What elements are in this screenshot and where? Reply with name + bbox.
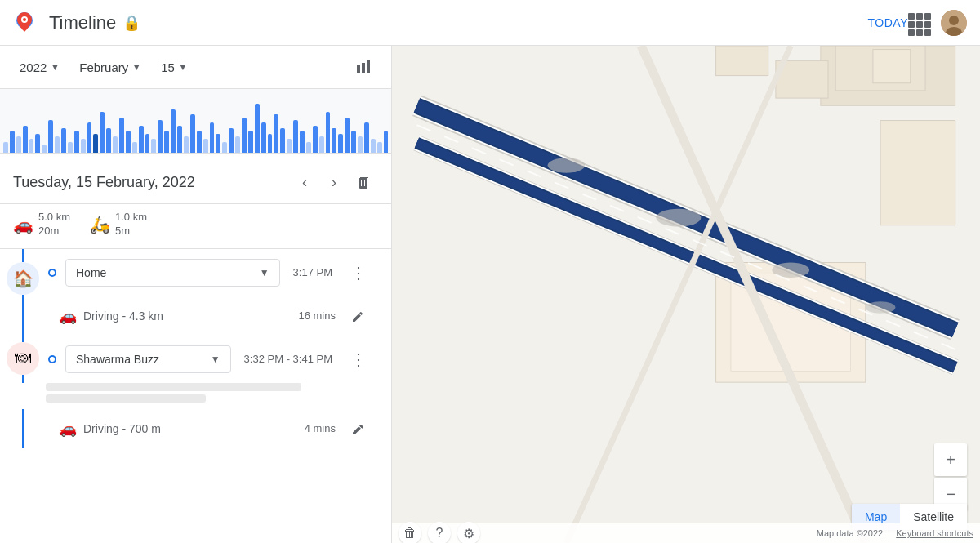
bar-item[interactable] xyxy=(280,96,285,153)
bar-item[interactable] xyxy=(81,96,86,153)
shawarma-more-button[interactable]: ⋮ xyxy=(345,346,372,372)
bar-item[interactable] xyxy=(384,96,389,153)
next-date-button[interactable]: › xyxy=(319,167,349,197)
bar-item[interactable] xyxy=(164,96,169,153)
bar-item[interactable] xyxy=(338,96,343,153)
bar-item[interactable] xyxy=(358,96,363,153)
bar-item[interactable] xyxy=(255,96,260,153)
bar-item[interactable] xyxy=(261,96,266,153)
map-help-button[interactable]: ? xyxy=(428,522,451,543)
bar-item[interactable] xyxy=(48,96,53,153)
bar xyxy=(255,104,260,153)
bar-item[interactable] xyxy=(345,96,350,153)
bar-item[interactable] xyxy=(3,96,8,153)
bar xyxy=(23,126,28,153)
bar xyxy=(326,112,331,153)
home-location-select[interactable]: Home ▼ xyxy=(65,259,280,287)
home-more-button[interactable]: ⋮ xyxy=(345,260,372,286)
driving2-edit-button[interactable] xyxy=(345,416,372,442)
bar-item[interactable] xyxy=(190,96,195,153)
bar-item[interactable] xyxy=(113,96,118,153)
svg-point-20 xyxy=(656,209,701,227)
bar-item[interactable] xyxy=(93,96,98,153)
bar-item[interactable] xyxy=(35,96,40,153)
bar-item[interactable] xyxy=(229,96,234,153)
scooter-icon: 🛵 xyxy=(90,215,110,234)
bar-item[interactable] xyxy=(293,96,298,153)
keyboard-shortcuts-link[interactable]: Keyboard shortcuts xyxy=(896,528,973,538)
bar-item[interactable] xyxy=(248,96,253,153)
zoom-in-button[interactable]: + xyxy=(934,443,967,476)
map-delete-button[interactable]: 🗑 xyxy=(399,522,421,543)
bar-item[interactable] xyxy=(268,96,273,153)
bar-item[interactable] xyxy=(100,96,105,153)
bar-item[interactable] xyxy=(216,96,220,153)
bar-item[interactable] xyxy=(235,96,240,153)
prev-date-button[interactable]: ‹ xyxy=(290,167,319,197)
bar xyxy=(358,136,363,153)
bar-item[interactable] xyxy=(313,96,318,153)
bar-item[interactable] xyxy=(377,96,382,153)
timeline-content[interactable]: Tuesday, 15 February, 2022 ‹ › 🚗 5.0 km … xyxy=(0,154,391,543)
bar-item[interactable] xyxy=(10,96,15,153)
avatar[interactable] xyxy=(941,10,967,36)
bar-item[interactable] xyxy=(16,96,21,153)
delete-day-button[interactable] xyxy=(349,167,378,197)
bar-item[interactable] xyxy=(106,96,111,153)
bar-item[interactable] xyxy=(87,96,92,153)
bar-item[interactable] xyxy=(74,96,79,153)
bar-item[interactable] xyxy=(42,96,47,153)
bar-item[interactable] xyxy=(55,96,60,153)
bar-item[interactable] xyxy=(23,96,28,153)
bar-item[interactable] xyxy=(171,96,176,153)
bar-item[interactable] xyxy=(119,96,124,153)
bar-item[interactable] xyxy=(351,96,356,153)
bar-item[interactable] xyxy=(61,96,66,153)
year-select[interactable]: 2022 ▼ xyxy=(13,56,66,79)
bar-item[interactable] xyxy=(151,96,156,153)
bar xyxy=(61,128,66,153)
bar-item[interactable] xyxy=(126,96,131,153)
shawarma-location-select[interactable]: Shawarma Buzz ▼ xyxy=(65,345,231,373)
bar-item[interactable] xyxy=(210,96,215,153)
chart-icon-button[interactable] xyxy=(349,52,378,82)
bar-item[interactable] xyxy=(222,96,227,153)
bar-item[interactable] xyxy=(177,96,182,153)
bar xyxy=(222,142,227,153)
bar-item[interactable] xyxy=(139,96,144,153)
day-select[interactable]: 15 ▼ xyxy=(154,56,194,79)
bar-item[interactable] xyxy=(158,96,163,153)
bar-item[interactable] xyxy=(371,96,376,153)
bar xyxy=(242,118,247,153)
bar xyxy=(42,145,47,153)
bar-item[interactable] xyxy=(300,96,305,153)
bar-item[interactable] xyxy=(132,96,137,153)
month-value: February xyxy=(79,60,128,74)
shawarma-chevron: ▼ xyxy=(211,354,220,365)
bar-item[interactable] xyxy=(364,96,369,153)
bar-item[interactable] xyxy=(145,96,150,153)
stats-row: 🚗 5.0 km 20m 🛵 1.0 km 5m xyxy=(0,204,391,249)
bar-item[interactable] xyxy=(29,96,34,153)
bar-item[interactable] xyxy=(319,96,324,153)
bar-item[interactable] xyxy=(274,96,278,153)
map-settings-button[interactable]: ⚙ xyxy=(457,522,480,543)
driving-edit-button[interactable] xyxy=(345,303,372,329)
bar-item[interactable] xyxy=(306,96,311,153)
bar xyxy=(113,136,118,153)
map-area: + − Map Satellite 🗑 ? ⚙ Map data ©2022 K… xyxy=(392,46,980,543)
svg-rect-9 xyxy=(367,60,370,73)
driving-duration: 20m xyxy=(38,225,70,238)
apps-icon[interactable] xyxy=(908,13,928,33)
title-text: Timeline xyxy=(49,12,116,33)
bar-item[interactable] xyxy=(184,96,189,153)
today-button[interactable]: TODAY xyxy=(868,16,908,29)
bar-item[interactable] xyxy=(203,96,208,153)
bar-item[interactable] xyxy=(197,96,202,153)
bar-item[interactable] xyxy=(68,96,73,153)
bar-item[interactable] xyxy=(326,96,331,153)
bar-item[interactable] xyxy=(287,96,292,153)
bar-item[interactable] xyxy=(242,96,247,153)
bar-item[interactable] xyxy=(332,96,336,153)
month-select[interactable]: February ▼ xyxy=(73,56,148,79)
